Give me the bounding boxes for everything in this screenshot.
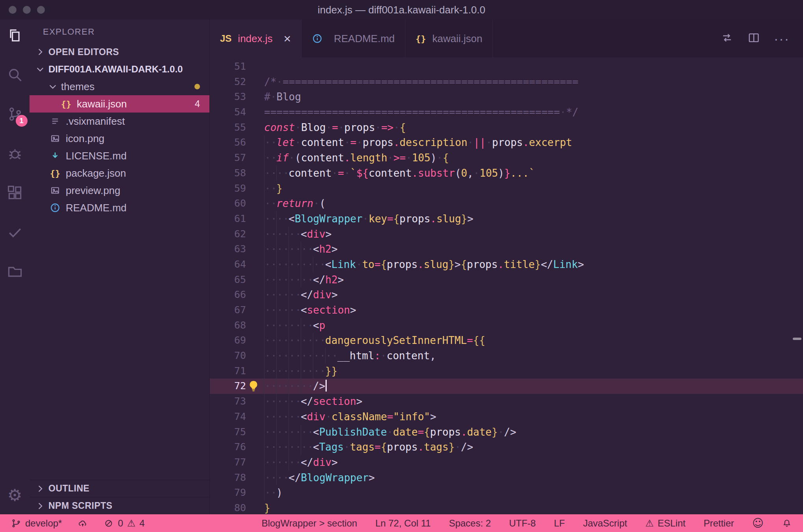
code-line-71[interactable]: 71··········}} bbox=[210, 364, 803, 379]
code-token: slug bbox=[437, 213, 461, 225]
testing-icon[interactable] bbox=[6, 224, 24, 241]
code-line-72[interactable]: 72········/> bbox=[210, 379, 803, 394]
code-line-57[interactable]: 57··if·(content.length·>=·105)·{ bbox=[210, 150, 803, 166]
code-token: </ bbox=[301, 456, 313, 468]
code-token: ·· bbox=[276, 364, 289, 379]
code-text: ··return·( bbox=[246, 196, 803, 211]
explorer-icon[interactable] bbox=[6, 27, 24, 44]
tree-item-package-json[interactable]: {} package.json bbox=[30, 164, 209, 182]
code-line-54[interactable]: 54======================================… bbox=[210, 105, 803, 120]
editor-scrollbar-thumb[interactable] bbox=[793, 338, 801, 340]
code-line-56[interactable]: 56··let·content·=·props.description·||·p… bbox=[210, 135, 803, 150]
code-line-52[interactable]: 52/*·===================================… bbox=[210, 74, 803, 90]
code-line-51[interactable]: 51 bbox=[210, 59, 803, 74]
outline-section[interactable]: OUTLINE bbox=[30, 480, 209, 497]
code-line-64[interactable]: 64··········<Link·to={props.slug}>{props… bbox=[210, 257, 803, 272]
code-line-67[interactable]: 67······<section> bbox=[210, 303, 803, 318]
minimize-window-button[interactable] bbox=[23, 6, 31, 14]
code-token: = bbox=[418, 426, 424, 438]
scope-status[interactable]: BlogWrapper > section bbox=[261, 518, 357, 529]
code-line-66[interactable]: 66······</div> bbox=[210, 287, 803, 303]
code-token: __html bbox=[337, 350, 374, 362]
tab-readme-md[interactable]: README.md bbox=[302, 20, 405, 57]
code-editor[interactable]: 5152/*·=================================… bbox=[210, 57, 803, 514]
language-mode-status[interactable]: JavaScript bbox=[583, 518, 627, 529]
eol-status[interactable]: LF bbox=[554, 518, 565, 529]
settings-gear-icon[interactable]: ⚙ bbox=[6, 487, 24, 504]
code-text: ··} bbox=[246, 181, 803, 196]
git-branch-status[interactable]: develop* bbox=[11, 518, 62, 529]
npm-scripts-section[interactable]: NPM SCRIPTS bbox=[30, 497, 209, 514]
code-line-53[interactable]: 53#·Blog bbox=[210, 89, 803, 105]
close-tab-icon[interactable]: × bbox=[284, 32, 291, 45]
line-number: 80 bbox=[210, 501, 246, 514]
code-line-55[interactable]: 55const·Blog·=·props·=>·{ bbox=[210, 120, 803, 135]
code-line-60[interactable]: 60··return·( bbox=[210, 196, 803, 211]
code-line-78[interactable]: 78····</BlogWrapper> bbox=[210, 470, 803, 486]
code-text: ······<section> bbox=[246, 303, 803, 318]
encoding-status[interactable]: UTF-8 bbox=[509, 518, 536, 529]
code-line-61[interactable]: 61····<BlogWrapper·key={props.slug}> bbox=[210, 211, 803, 227]
notifications-bell-icon[interactable] bbox=[782, 518, 792, 528]
code-token: ·· bbox=[301, 348, 313, 364]
split-editor-icon[interactable] bbox=[747, 31, 760, 46]
code-line-59[interactable]: 59··} bbox=[210, 181, 803, 196]
run-debug-icon[interactable] bbox=[6, 145, 24, 162]
code-line-65[interactable]: 65········</h2> bbox=[210, 272, 803, 288]
cursor-position-status[interactable]: Ln 72, Col 11 bbox=[375, 518, 431, 529]
workspace-root-section[interactable]: DIFF001A.KAWAII-DARK-1.0.0 bbox=[30, 61, 209, 78]
tree-item-readme-md[interactable]: README.md bbox=[30, 199, 209, 216]
code-text: #·Blog bbox=[246, 89, 803, 105]
code-line-80[interactable]: 80} bbox=[210, 501, 803, 514]
tree-item-vsixmanifest[interactable]: .vsixmanifest bbox=[30, 113, 209, 130]
code-line-62[interactable]: 62······<div> bbox=[210, 227, 803, 242]
sync-changes-status[interactable] bbox=[78, 518, 88, 528]
indentation-status[interactable]: Spaces: 2 bbox=[449, 518, 491, 529]
code-token: ·· bbox=[264, 166, 276, 181]
source-control-icon[interactable]: 1 bbox=[6, 105, 24, 123]
search-icon[interactable] bbox=[6, 66, 24, 83]
code-text: ····content·=·`${content.substr(0,·105)}… bbox=[246, 166, 803, 181]
code-line-77[interactable]: 77······</div> bbox=[210, 455, 803, 470]
code-token: } bbox=[448, 441, 455, 453]
code-line-79[interactable]: 79··) bbox=[210, 485, 803, 501]
lightbulb-icon[interactable] bbox=[248, 380, 259, 392]
prettier-status[interactable]: Prettier bbox=[703, 518, 734, 529]
extensions-icon[interactable] bbox=[6, 184, 24, 201]
code-line-70[interactable]: 70············__html:·content, bbox=[210, 348, 803, 364]
close-window-button[interactable] bbox=[9, 6, 17, 14]
code-line-76[interactable]: 76········<Tags·tags={props.tags}·/> bbox=[210, 440, 803, 455]
code-line-63[interactable]: 63········<h2> bbox=[210, 242, 803, 257]
tree-item-preview-png[interactable]: preview.png bbox=[30, 182, 209, 199]
code-text: ··) bbox=[246, 485, 803, 501]
code-line-73[interactable]: 73······</section> bbox=[210, 394, 803, 409]
problems-status[interactable]: 0 ⚠ 4 bbox=[104, 518, 144, 529]
tree-item-license-md[interactable]: LICENSE.md bbox=[30, 147, 209, 164]
code-token: ·· bbox=[264, 272, 276, 288]
line-number: 76 bbox=[210, 440, 246, 455]
feedback-smiley-icon[interactable]: ☺ bbox=[752, 518, 764, 529]
code-line-74[interactable]: 74······<div·className="info"> bbox=[210, 409, 803, 425]
code-line-58[interactable]: 58····content·=·`${content.substr(0,·105… bbox=[210, 166, 803, 181]
more-actions-icon[interactable]: ··· bbox=[774, 32, 790, 45]
tab-index-js[interactable]: JS index.js × bbox=[210, 20, 302, 57]
tree-item-kawaii-json[interactable]: {} kawaii.json 4 bbox=[30, 95, 209, 113]
code-text: ······</div> bbox=[246, 287, 803, 303]
error-icon bbox=[104, 518, 114, 528]
code-token: ·· bbox=[276, 425, 289, 440]
code-text: ··········}} bbox=[246, 364, 803, 379]
tab-kawaii-json[interactable]: {} kawaii.json bbox=[405, 20, 493, 57]
code-line-75[interactable]: 75········<PublishDate·date={props.date}… bbox=[210, 425, 803, 440]
tree-item-themes[interactable]: themes bbox=[30, 78, 209, 95]
code-line-69[interactable]: 69··········dangerouslySetInnerHTML={{ bbox=[210, 333, 803, 348]
code-token: ·· bbox=[301, 379, 313, 394]
code-line-68[interactable]: 68········<p bbox=[210, 318, 803, 333]
tree-item-icon-png[interactable]: icon.png bbox=[30, 130, 209, 147]
eslint-status[interactable]: ⚠ ESLint bbox=[645, 518, 685, 529]
line-number: 58 bbox=[210, 166, 246, 181]
open-changes-icon[interactable] bbox=[720, 31, 734, 46]
zoom-window-button[interactable] bbox=[37, 6, 45, 14]
open-editors-section[interactable]: OPEN EDITORS bbox=[30, 43, 209, 61]
line-number: 53 bbox=[210, 89, 246, 105]
project-manager-icon[interactable] bbox=[6, 263, 24, 280]
